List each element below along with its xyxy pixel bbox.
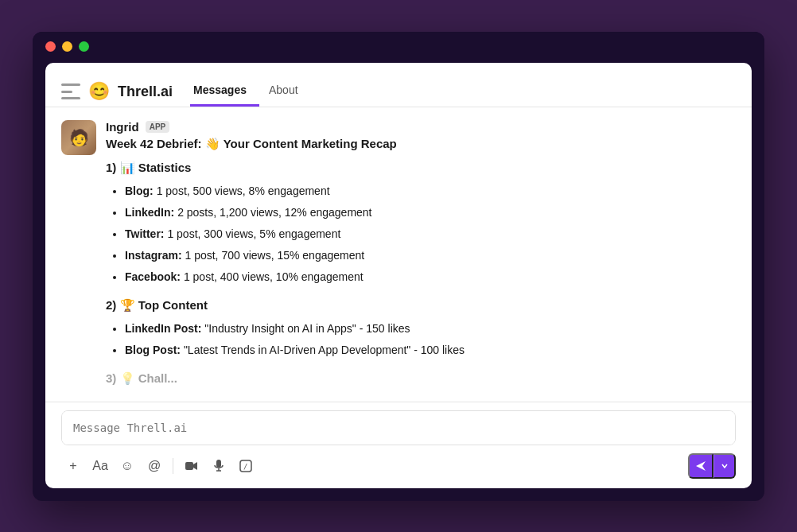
add-button[interactable]: + <box>61 454 85 478</box>
svg-text:/: / <box>243 463 247 471</box>
chevron-down-icon <box>721 463 728 469</box>
toolbar-separator <box>173 458 173 474</box>
sender-name: Ingrid <box>106 120 139 134</box>
challenge-icon: 💡 <box>120 371 138 385</box>
close-button[interactable] <box>45 41 56 52</box>
avatar: 🧑 <box>61 120 96 155</box>
traffic-lights <box>45 41 752 52</box>
slash-icon: / <box>239 460 252 472</box>
message: 🧑 Ingrid APP Week 42 Debrief: 👋 Your Con… <box>61 120 736 394</box>
app-badge: APP <box>146 121 170 133</box>
mention-button[interactable]: @ <box>142 454 166 478</box>
maximize-button[interactable] <box>79 41 89 52</box>
send-group <box>688 453 736 479</box>
trophy-icon: 🏆 <box>120 298 138 312</box>
twitter-label: Twitter: <box>125 227 165 240</box>
message-input[interactable] <box>61 410 736 445</box>
video-button[interactable] <box>180 454 204 478</box>
app-title: Threll.ai <box>118 83 173 100</box>
video-icon <box>185 461 198 471</box>
top-content-list: LinkedIn Post: "Industry Insight on AI i… <box>106 320 736 359</box>
sidebar-toggle-icon[interactable] <box>61 83 80 99</box>
mic-icon <box>214 460 224 472</box>
message-content: Ingrid APP Week 42 Debrief: 👋 Your Conte… <box>106 120 736 394</box>
send-icon <box>695 460 706 472</box>
list-item: Twitter: 1 post, 300 views, 5% engagemen… <box>125 226 736 243</box>
send-options-button[interactable] <box>713 453 736 479</box>
content-area: 😊 Threll.ai Messages About 🧑 Ingrid APP … <box>45 63 752 488</box>
app-window: 😊 Threll.ai Messages About 🧑 Ingrid APP … <box>33 32 764 501</box>
tab-about[interactable]: About <box>266 77 311 107</box>
bottom-section: + Aa ☺ @ <box>45 402 752 488</box>
section-3-number: 3) <box>106 371 120 385</box>
section-1-heading: 1) 📊 Statistics <box>106 161 736 175</box>
slash-button[interactable]: / <box>234 454 258 478</box>
list-item: Facebook: 1 post, 400 views, 10% engagem… <box>125 269 736 285</box>
tab-messages[interactable]: Messages <box>190 77 259 107</box>
message-title: Week 42 Debrief: 👋 Your Content Marketin… <box>106 137 736 151</box>
section-2-heading: 2) 🏆 Top Content <box>106 298 736 313</box>
minimize-button[interactable] <box>62 41 72 52</box>
list-item: LinkedIn Post: "Industry Insight on AI i… <box>125 320 736 337</box>
title-bar <box>33 32 764 63</box>
blog-label: Blog: <box>125 184 154 197</box>
svg-rect-2 <box>216 460 221 468</box>
statistics-icon: 📊 <box>120 161 138 174</box>
svg-rect-0 <box>185 462 193 470</box>
list-item: Instagram: 1 post, 700 views, 15% engage… <box>125 247 736 264</box>
avatar-image: 🧑 <box>61 120 96 155</box>
emoji-button[interactable]: ☺ <box>115 454 139 478</box>
font-button[interactable]: Aa <box>88 454 112 478</box>
toolbar: + Aa ☺ @ <box>61 449 736 480</box>
send-button[interactable] <box>688 453 713 479</box>
message-header: Ingrid APP <box>106 120 736 134</box>
section-1-number: 1) <box>106 161 120 174</box>
mic-button[interactable] <box>207 454 231 478</box>
statistics-list: Blog: 1 post, 500 views, 8% engagement L… <box>106 183 736 285</box>
app-logo-icon: 😊 <box>88 81 110 102</box>
list-item: Blog Post: "Latest Trends in AI-Driven A… <box>125 342 736 359</box>
linkedin-post-label: LinkedIn Post: <box>125 322 201 335</box>
list-item: Blog: 1 post, 500 views, 8% engagement <box>125 183 736 200</box>
message-area[interactable]: 🧑 Ingrid APP Week 42 Debrief: 👋 Your Con… <box>45 107 752 402</box>
section-3-heading: 3) 💡 Chall... <box>106 371 736 386</box>
facebook-label: Facebook: <box>125 270 181 283</box>
list-item: LinkedIn: 2 posts, 1,200 views, 12% enga… <box>125 204 736 221</box>
instagram-label: Instagram: <box>125 249 182 262</box>
svg-marker-1 <box>193 462 197 470</box>
section-3-label: Chall... <box>138 371 177 385</box>
app-header: 😊 Threll.ai Messages About <box>45 63 752 107</box>
section-2-number: 2) <box>106 298 120 312</box>
blog-post-label: Blog Post: <box>125 344 181 356</box>
linkedin-label: LinkedIn: <box>125 206 174 219</box>
